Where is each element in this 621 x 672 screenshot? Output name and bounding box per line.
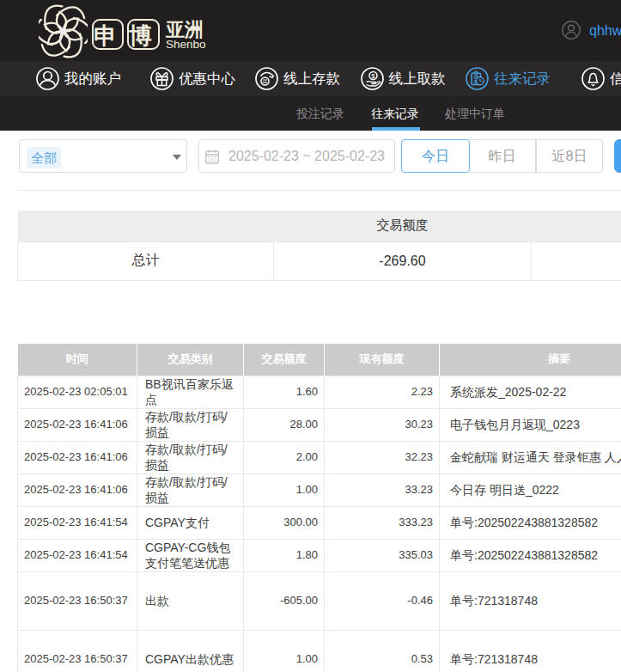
- svg-text:$: $: [371, 72, 375, 80]
